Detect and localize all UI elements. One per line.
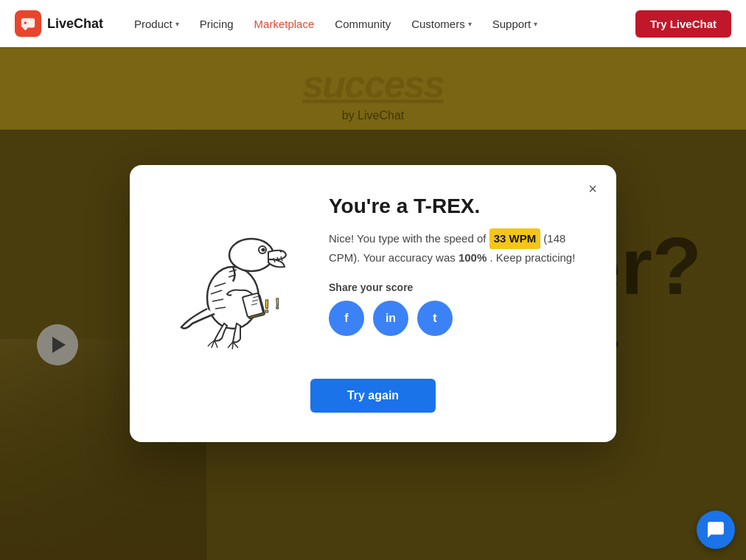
accuracy-value: 100% xyxy=(459,251,487,264)
chat-widget-button[interactable] xyxy=(697,511,735,549)
nav-item-marketplace[interactable]: Marketplace xyxy=(245,12,324,36)
nav-item-support[interactable]: Support ▾ xyxy=(484,12,547,36)
desc-prefix: Nice! You type with the speed of xyxy=(329,232,486,245)
svg-point-6 xyxy=(280,251,282,253)
logo-icon xyxy=(15,10,41,37)
chevron-down-icon: ▾ xyxy=(175,20,179,28)
svg-rect-0 xyxy=(21,18,35,28)
svg-text:!: ! xyxy=(275,295,280,312)
try-again-button[interactable]: Try again xyxy=(310,379,436,413)
modal-overlay: × xyxy=(0,47,746,560)
svg-point-1 xyxy=(24,21,27,24)
chevron-down-icon: ▾ xyxy=(468,20,472,28)
navbar: LiveChat Product ▾ Pricing Marketplace C… xyxy=(0,0,746,47)
result-modal: × xyxy=(130,165,616,442)
modal-body: ! ! You're a T-REX. Nice! You type with … xyxy=(159,195,587,357)
chevron-down-icon: ▾ xyxy=(534,20,537,28)
svg-point-3 xyxy=(229,239,273,271)
modal-description: Nice! You type with the speed of 33 WPM … xyxy=(329,228,587,267)
social-buttons: f in t xyxy=(329,301,587,336)
linkedin-share-button[interactable]: in xyxy=(373,301,408,336)
modal-close-button[interactable]: × xyxy=(581,177,604,200)
share-label: Share your score xyxy=(329,281,587,293)
nav-item-pricing[interactable]: Pricing xyxy=(191,12,243,36)
trex-illustration: ! ! xyxy=(159,195,307,357)
wpm-badge: 33 WPM xyxy=(489,228,541,249)
try-livechat-button[interactable]: Try LiveChat xyxy=(635,10,731,38)
twitter-share-button[interactable]: t xyxy=(417,301,453,336)
logo-text: LiveChat xyxy=(47,16,103,32)
nav-item-product[interactable]: Product ▾ xyxy=(125,12,188,36)
nav-item-customers[interactable]: Customers ▾ xyxy=(402,12,481,36)
nav-links: Product ▾ Pricing Marketplace Community … xyxy=(125,12,635,36)
modal-info: You're a T-REX. Nice! You type with the … xyxy=(329,195,587,336)
modal-title: You're a T-REX. xyxy=(329,195,587,218)
svg-point-5 xyxy=(262,248,265,252)
modal-footer: Try again xyxy=(159,379,587,413)
desc-end: . Keep practicing! xyxy=(489,251,575,264)
chat-bubble-icon xyxy=(706,520,725,539)
logo[interactable]: LiveChat xyxy=(15,10,103,37)
facebook-share-button[interactable]: f xyxy=(329,301,364,336)
svg-text:!: ! xyxy=(264,296,270,316)
nav-item-community[interactable]: Community xyxy=(326,12,400,36)
